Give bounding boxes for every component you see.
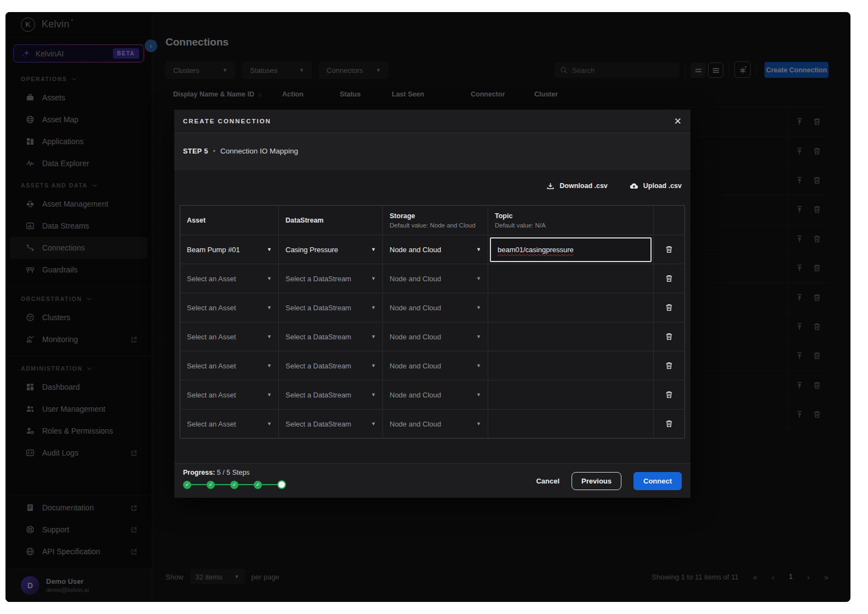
asset-select[interactable]: Select an Asset ▼ xyxy=(180,410,279,438)
io-mapping-row: Select an Asset ▼ Select a DataStream ▼ … xyxy=(180,264,684,293)
chevron-down-icon: ▼ xyxy=(267,334,272,339)
modal-body: Download .csv Upload .csv Asset DataStre… xyxy=(174,169,690,463)
chevron-down-icon: ▼ xyxy=(371,421,376,427)
asset-select[interactable]: Select an Asset ▼ xyxy=(180,264,279,293)
step-node-4: ✓ xyxy=(254,481,262,489)
trash-icon[interactable] xyxy=(665,245,673,254)
step-label: STEP 5 xyxy=(183,147,208,155)
trash-icon[interactable] xyxy=(665,390,673,399)
trash-icon[interactable] xyxy=(665,332,673,341)
modal-title: CREATE CONNECTION xyxy=(183,118,674,124)
app-window: K Kelvin KelvinAI BETA OPERATIONSAssetsA… xyxy=(5,12,850,602)
progress-indicator: Progress: 5 / 5 Steps ✓✓✓✓ xyxy=(183,469,286,489)
chevron-down-icon: ▼ xyxy=(476,305,481,310)
close-icon[interactable]: ✕ xyxy=(674,117,682,126)
asset-select[interactable]: Select an Asset ▼ xyxy=(180,293,279,322)
storage-select[interactable]: Node and Cloud ▼ xyxy=(383,410,488,438)
topic-input[interactable] xyxy=(495,322,647,351)
cancel-button[interactable]: Cancel xyxy=(536,477,559,485)
chevron-down-icon: ▼ xyxy=(371,392,376,397)
datastream-select[interactable]: Select a DataStream ▼ xyxy=(279,380,383,409)
cloud-upload-icon xyxy=(630,181,638,190)
chevron-down-icon: ▼ xyxy=(371,305,376,310)
chevron-down-icon: ▼ xyxy=(476,276,481,281)
io-mapping-row: Select an Asset ▼ Select a DataStream ▼ … xyxy=(180,409,684,438)
step-node-3: ✓ xyxy=(230,481,238,489)
chevron-down-icon: ▼ xyxy=(267,392,272,397)
io-mapping-row: Beam Pump #01 ▼ Casing Pressure ▼ Node a… xyxy=(180,235,684,264)
progress-text: 5 / 5 Steps xyxy=(217,469,250,476)
chevron-down-icon: ▼ xyxy=(371,363,376,368)
topic-input[interactable] xyxy=(495,264,647,293)
storage-select[interactable]: Node and Cloud ▼ xyxy=(383,235,488,264)
step-node-2: ✓ xyxy=(207,481,215,489)
chevron-down-icon: ▼ xyxy=(267,247,272,252)
create-connection-modal: CREATE CONNECTION ✕ STEP 5 • Connection … xyxy=(174,110,690,498)
asset-select[interactable]: Beam Pump #01 ▼ xyxy=(180,235,279,264)
progress-label: Progress: xyxy=(183,469,215,476)
download-icon xyxy=(546,182,555,190)
trash-icon[interactable] xyxy=(665,419,673,428)
asset-select[interactable]: Select an Asset ▼ xyxy=(180,322,279,351)
io-column-topic: TopicDefault value: N/A xyxy=(488,206,654,235)
upload-csv-button[interactable]: Upload .csv xyxy=(630,181,682,190)
chevron-down-icon: ▼ xyxy=(267,276,272,281)
storage-select[interactable]: Node and Cloud ▼ xyxy=(383,322,488,351)
storage-select[interactable]: Node and Cloud ▼ xyxy=(383,351,488,380)
chevron-down-icon: ▼ xyxy=(476,363,481,368)
topic-input[interactable]: beam01/casingpressure xyxy=(490,237,652,262)
datastream-select[interactable]: Select a DataStream ▼ xyxy=(279,264,383,293)
chevron-down-icon: ▼ xyxy=(476,247,481,252)
chevron-down-icon: ▼ xyxy=(267,421,272,427)
modal-step-bar: STEP 5 • Connection IO Mapping xyxy=(174,133,690,169)
io-mapping-row: Select an Asset ▼ Select a DataStream ▼ … xyxy=(180,351,684,380)
asset-select[interactable]: Select an Asset ▼ xyxy=(180,380,279,409)
topic-input[interactable] xyxy=(495,293,647,322)
datastream-select[interactable]: Select a DataStream ▼ xyxy=(279,322,383,351)
chevron-down-icon: ▼ xyxy=(371,276,376,281)
datastream-select[interactable]: Casing Pressure ▼ xyxy=(279,235,383,264)
io-table-header: Asset DataStream StorageDefault value: N… xyxy=(180,206,684,235)
connect-button[interactable]: Connect xyxy=(633,472,682,490)
progress-stepper: ✓✓✓✓ xyxy=(183,480,286,489)
trash-icon[interactable] xyxy=(665,361,673,370)
datastream-select[interactable]: Select a DataStream ▼ xyxy=(279,351,383,380)
asset-select[interactable]: Select an Asset ▼ xyxy=(180,351,279,380)
step-node-1: ✓ xyxy=(183,481,191,489)
topic-input[interactable] xyxy=(495,351,647,380)
datastream-select[interactable]: Select a DataStream ▼ xyxy=(279,410,383,438)
topic-input[interactable] xyxy=(495,410,647,438)
trash-icon[interactable] xyxy=(665,303,673,312)
chevron-down-icon: ▼ xyxy=(371,334,376,339)
chevron-down-icon: ▼ xyxy=(267,363,272,368)
chevron-down-icon: ▼ xyxy=(371,247,376,252)
trash-icon[interactable] xyxy=(665,274,673,283)
previous-button[interactable]: Previous xyxy=(572,472,621,490)
step-separator: • xyxy=(213,147,215,155)
topic-input[interactable] xyxy=(495,380,647,409)
chevron-down-icon: ▼ xyxy=(476,421,481,427)
chevron-down-icon: ▼ xyxy=(267,305,272,310)
step-node-5 xyxy=(277,480,286,489)
modal-header: CREATE CONNECTION ✕ xyxy=(174,110,690,133)
io-mapping-table: Asset DataStream StorageDefault value: N… xyxy=(180,205,685,439)
step-title: Connection IO Mapping xyxy=(220,147,298,155)
io-mapping-row: Select an Asset ▼ Select a DataStream ▼ … xyxy=(180,293,684,322)
io-column-datastream: DataStream xyxy=(279,206,383,235)
chevron-down-icon: ▼ xyxy=(476,392,481,397)
chevron-down-icon: ▼ xyxy=(476,334,481,339)
download-csv-button[interactable]: Download .csv xyxy=(546,181,608,190)
datastream-select[interactable]: Select a DataStream ▼ xyxy=(279,293,383,322)
io-column-storage: StorageDefault value: Node and Cloud xyxy=(383,206,488,235)
storage-select[interactable]: Node and Cloud ▼ xyxy=(383,264,488,293)
io-mapping-row: Select an Asset ▼ Select a DataStream ▼ … xyxy=(180,380,684,409)
io-mapping-row: Select an Asset ▼ Select a DataStream ▼ … xyxy=(180,322,684,351)
io-column-asset: Asset xyxy=(180,206,279,235)
storage-select[interactable]: Node and Cloud ▼ xyxy=(383,293,488,322)
storage-select[interactable]: Node and Cloud ▼ xyxy=(383,380,488,409)
modal-footer: Progress: 5 / 5 Steps ✓✓✓✓ Cancel Previo… xyxy=(174,463,690,498)
